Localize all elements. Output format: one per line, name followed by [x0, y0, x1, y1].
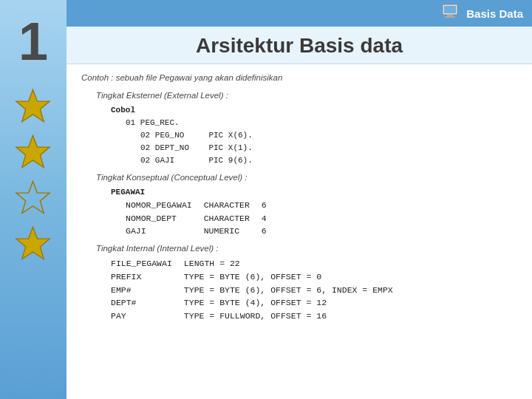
main-area: Basis Data Arsitektur Basis data Contoh …	[66, 0, 532, 399]
field-size-2: 4	[262, 212, 279, 225]
conceptual-table: NOMOR_PEGAWAI CHARACTER 6 NOMOR_DEPT CHA…	[126, 199, 279, 238]
field-type-2: CHARACTER	[204, 212, 262, 225]
star-1	[15, 87, 52, 124]
svg-marker-3	[16, 227, 50, 259]
svg-rect-6	[447, 15, 453, 16]
svg-rect-5	[444, 6, 456, 13]
internal-detail-0: LENGTH = 22	[184, 257, 405, 270]
cobol-label: Cobol	[81, 104, 517, 117]
topbar-title: Basis Data	[466, 7, 523, 20]
svg-marker-0	[16, 89, 50, 121]
cobol-line-1: 02 PEG_NO PIC X(6).	[81, 129, 517, 142]
table-row: PAY TYPE = FULLWORD, OFFSET = 16	[111, 310, 405, 323]
table-row: EMP# TYPE = BYTE (6), OFFSET = 6, INDEX …	[111, 284, 405, 297]
intro-text: Contoh : sebuah file Pegawai yang akan d…	[81, 72, 517, 85]
internal-field-3: DEPT#	[111, 296, 184, 310]
table-row: PREFIX TYPE = BYTE (6), OFFSET = 0	[111, 270, 405, 284]
internal-detail-1: TYPE = BYTE (6), OFFSET = 0	[184, 270, 405, 284]
cobol-line-0: 01 PEG_REC.	[81, 117, 517, 129]
topbar: Basis Data	[66, 0, 532, 27]
table-row: DEPT# TYPE = BYTE (4), OFFSET = 12	[111, 296, 405, 310]
star-4	[15, 225, 52, 262]
internal-detail-2: TYPE = BYTE (6), OFFSET = 6, INDEX = EMP…	[184, 284, 405, 297]
internal-field-2: EMP#	[111, 284, 184, 297]
table-row: NOMOR_PEGAWAI CHARACTER 6	[126, 199, 279, 212]
internal-detail-3: TYPE = BYTE (4), OFFSET = 12	[184, 296, 405, 310]
internal-field-0: FILE_PEGAWAI	[111, 257, 184, 270]
table-row: GAJI NUMERIC 6	[126, 225, 279, 238]
sidebar: 1	[0, 0, 66, 399]
field-name-3: GAJI	[126, 225, 204, 238]
table-row: NOMOR_DEPT CHARACTER 4	[126, 212, 279, 225]
internal-detail-4: TYPE = FULLWORD, OFFSET = 16	[184, 310, 405, 323]
field-type-3: NUMERIC	[204, 225, 262, 238]
internal-field-1: PREFIX	[111, 270, 184, 284]
cobol-line-2: 02 DEPT_NO PIC X(1).	[81, 142, 517, 154]
computer-icon	[441, 4, 462, 23]
internal-level-title: Tingkat Internal (Internal Level) :	[81, 242, 517, 256]
conceptual-entity: PEGAWAI	[81, 186, 517, 199]
external-level-title: Tingkat Eksternel (External Level) :	[81, 89, 517, 103]
field-name-1: NOMOR_PEGAWAI	[126, 199, 204, 212]
conceptual-level-title: Tingkat Konseptual (Conceptual Level) :	[81, 171, 517, 185]
star-3	[15, 179, 52, 216]
content-area: Contoh : sebuah file Pegawai yang akan d…	[66, 64, 532, 399]
internal-field-4: PAY	[111, 310, 184, 323]
svg-rect-7	[445, 16, 455, 18]
field-size-3: 6	[262, 225, 279, 238]
field-type-1: CHARACTER	[204, 199, 262, 212]
field-size-1: 6	[262, 199, 279, 212]
page-title: Arsitektur Basis data	[81, 34, 517, 58]
page-title-bar: Arsitektur Basis data	[66, 27, 532, 64]
svg-marker-2	[16, 181, 50, 213]
cobol-line-3: 02 GAJI PIC 9(6).	[81, 154, 517, 167]
star-2	[15, 133, 52, 170]
slide-number: 1	[18, 15, 48, 68]
field-name-2: NOMOR_DEPT	[126, 212, 204, 225]
internal-table: FILE_PEGAWAI LENGTH = 22 PREFIX TYPE = B…	[111, 257, 405, 323]
svg-marker-1	[16, 135, 50, 167]
table-row: FILE_PEGAWAI LENGTH = 22	[111, 257, 405, 270]
